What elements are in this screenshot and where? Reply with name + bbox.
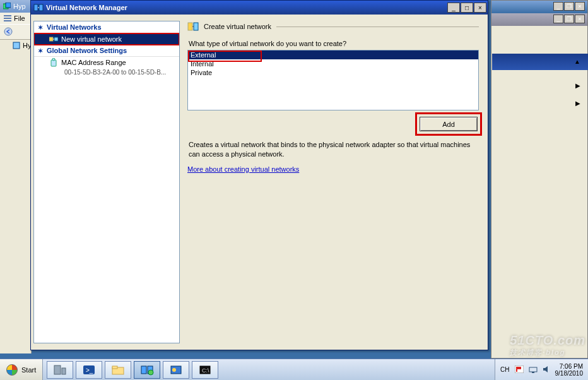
server-icon: [13, 41, 20, 50]
svg-rect-1: [6, 3, 11, 8]
svg-rect-23: [112, 366, 117, 369]
svg-point-28: [172, 368, 176, 372]
svg-rect-3: [4, 18, 11, 19]
background-caret-up[interactable]: ▲: [574, 58, 580, 65]
svg-rect-15: [188, 23, 192, 30]
bg-left-menubar: File: [0, 13, 31, 24]
bg-left-menu-file[interactable]: File: [14, 15, 25, 22]
nav-panel: ✶ Virtual Networks New virtual network ✶…: [33, 21, 180, 343]
background-left-app: Hyp File Hyp: [0, 0, 32, 353]
section-global-settings[interactable]: ✶ Global Network Settings: [34, 45, 179, 57]
minimize-button[interactable]: _: [447, 3, 460, 13]
task-server-manager[interactable]: [47, 361, 73, 379]
chevron-icon: ✶: [38, 24, 43, 31]
background-inner-titlebar: _ ❐ ×: [491, 13, 587, 26]
virtual-network-manager-window: Virtual Network Manager _ □ × ✶ Virtual …: [30, 0, 488, 350]
bg-minimize-button[interactable]: _: [553, 2, 563, 11]
svg-rect-6: [13, 42, 20, 49]
section-global-settings-label: Global Network Settings: [47, 47, 127, 54]
svg-point-5: [4, 28, 12, 35]
bg-left-title-text: Hyp: [13, 3, 26, 10]
watermark-sub: 技术博客·blog: [510, 348, 585, 357]
tray-date: 9/18/2010: [555, 370, 584, 377]
system-tray[interactable]: CH 7:06 PM 9/18/2010: [495, 359, 588, 381]
svg-rect-33: [532, 372, 534, 373]
nav-item-mac-label: MAC Address Range: [61, 59, 126, 66]
hyperv-icon: [3, 2, 11, 11]
add-button[interactable]: Add: [420, 117, 478, 131]
svg-rect-19: [62, 368, 66, 374]
bg-inner-maximize-button[interactable]: ❐: [564, 15, 574, 23]
task-cmd[interactable]: C:\: [192, 361, 218, 379]
svg-point-26: [148, 370, 153, 375]
content-panel: Create virtual network What type of virt…: [185, 21, 481, 343]
section-virtual-networks[interactable]: ✶ Virtual Networks: [34, 21, 179, 33]
tray-time: 7:06 PM: [555, 363, 584, 370]
mac-icon: [49, 58, 58, 67]
taskbar: Start >_ C:\ CH 7:06 P: [0, 359, 588, 380]
bg-left-tree-root[interactable]: Hyp: [0, 40, 31, 51]
window-icon: [33, 3, 44, 13]
tray-flag-icon[interactable]: [515, 365, 524, 374]
chevron-icon: ✶: [38, 47, 43, 54]
group-divider: [276, 27, 479, 27]
watermark-main: 51CTO.com: [510, 333, 585, 347]
svg-rect-16: [194, 23, 198, 30]
nav-item-mac-sub: 00-15-5D-B3-2A-00 to 00-15-5D-B...: [34, 68, 179, 76]
close-button[interactable]: ×: [474, 3, 486, 13]
task-hyperv-manager[interactable]: [134, 361, 160, 379]
svg-rect-2: [4, 15, 11, 16]
background-caret-right-1[interactable]: ▶: [575, 82, 580, 89]
option-private[interactable]: Private: [188, 68, 478, 77]
nav-item-mac-range[interactable]: MAC Address Range: [34, 57, 179, 68]
tray-clock[interactable]: 7:06 PM 9/18/2010: [555, 363, 584, 377]
language-indicator[interactable]: CH: [500, 366, 509, 373]
svg-point-14: [52, 58, 55, 61]
svg-rect-18: [54, 365, 61, 374]
menu-icon: [3, 14, 12, 23]
more-link[interactable]: More about creating virtual networks: [187, 165, 299, 173]
svg-rect-11: [54, 37, 58, 41]
maximize-button[interactable]: □: [461, 3, 473, 13]
svg-rect-24: [141, 366, 146, 374]
task-control-panel[interactable]: [163, 361, 189, 379]
background-caret-right-2[interactable]: ▶: [575, 100, 580, 107]
bg-inner-minimize-button[interactable]: _: [553, 15, 563, 23]
group-icon: [187, 21, 199, 32]
background-window-titlebar: _ ❐ ×: [491, 1, 587, 13]
watermark: 51CTO.com 技术博客·blog: [510, 333, 585, 357]
svg-rect-8: [39, 4, 43, 11]
bg-close-button[interactable]: ×: [575, 2, 585, 11]
nav-item-new-label: New virtual network: [61, 35, 122, 43]
network-type-prompt: What type of virtual network do you want…: [189, 40, 479, 47]
task-explorer[interactable]: [105, 361, 131, 379]
bg-left-titlebar: Hyp: [0, 0, 31, 13]
new-network-icon: [49, 35, 58, 44]
svg-text:C:\: C:\: [202, 367, 209, 374]
bg-left-toolbar: [0, 24, 31, 40]
svg-text:>_: >_: [86, 367, 93, 374]
option-internal[interactable]: Internal: [188, 59, 478, 68]
network-type-description: Creates a virtual network that binds to …: [189, 140, 478, 159]
start-button[interactable]: Start: [0, 359, 43, 381]
start-label: Start: [21, 366, 36, 374]
group-title-label: Create virtual network: [204, 23, 271, 30]
svg-rect-7: [34, 4, 38, 11]
svg-rect-4: [4, 20, 11, 21]
windows-orb-icon: [6, 364, 18, 376]
svg-rect-10: [49, 37, 53, 41]
section-virtual-networks-label: Virtual Networks: [47, 23, 102, 31]
bg-inner-close-button[interactable]: ×: [575, 15, 585, 23]
taskbar-buttons: >_ C:\: [43, 361, 222, 379]
nav-back-icon[interactable]: [4, 27, 13, 37]
tray-network-icon[interactable]: [529, 365, 538, 374]
network-type-listbox[interactable]: External Internal Private: [187, 50, 479, 110]
window-title: Virtual Network Manager: [46, 4, 447, 11]
window-titlebar[interactable]: Virtual Network Manager _ □ ×: [31, 1, 488, 15]
option-external[interactable]: External: [188, 50, 478, 59]
svg-rect-32: [529, 367, 537, 372]
tray-sound-icon[interactable]: [543, 365, 550, 374]
bg-maximize-button[interactable]: ❐: [564, 2, 574, 11]
task-powershell[interactable]: >_: [76, 361, 102, 379]
nav-item-new-virtual-network[interactable]: New virtual network: [34, 33, 179, 45]
